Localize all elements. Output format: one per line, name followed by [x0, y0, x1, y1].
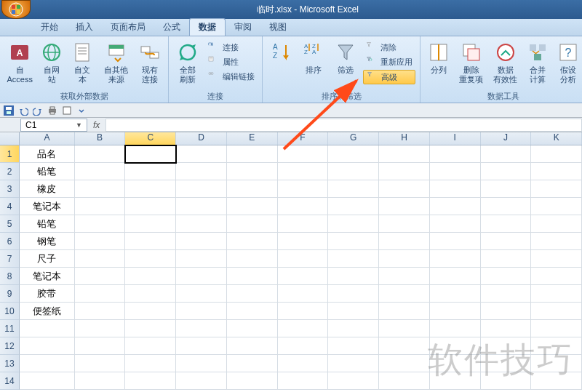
cell-C6[interactable]	[125, 233, 176, 250]
cell-C4[interactable]	[125, 198, 176, 215]
cell-E8[interactable]	[227, 268, 278, 285]
qat-dropdown-icon[interactable]	[76, 105, 87, 116]
cell-G5[interactable]	[328, 215, 379, 233]
cell-H6[interactable]	[379, 233, 430, 250]
cell-I6[interactable]	[430, 233, 481, 250]
sort-az-button[interactable]: AZ	[267, 39, 296, 67]
consolidate-button[interactable]: 合并计算	[524, 39, 551, 86]
save-icon[interactable]	[3, 105, 15, 116]
cell-J8[interactable]	[481, 268, 532, 285]
cell-I14[interactable]	[430, 372, 481, 390]
cell-I1[interactable]	[430, 145, 481, 163]
filter-button[interactable]: 筛选	[331, 39, 360, 76]
fx-icon[interactable]: fx	[93, 120, 100, 130]
row-header-4[interactable]: 4	[0, 198, 20, 215]
existing-conn-button[interactable]: 现有连接	[136, 39, 164, 86]
cell-K1[interactable]	[531, 145, 582, 163]
cell-G14[interactable]	[328, 372, 379, 390]
cell-C13[interactable]	[125, 355, 176, 372]
cell-J7[interactable]	[481, 250, 532, 268]
cell-F9[interactable]	[278, 285, 329, 303]
cell-H8[interactable]	[379, 268, 430, 285]
cell-K6[interactable]	[531, 233, 582, 250]
tab-数据[interactable]: 数据	[189, 18, 226, 36]
cell-A10[interactable]: 便签纸	[20, 303, 75, 320]
cell-G4[interactable]	[328, 198, 379, 215]
cell-E13[interactable]	[227, 355, 278, 372]
cell-J5[interactable]	[481, 215, 532, 233]
cell-B10[interactable]	[75, 303, 126, 320]
cell-G8[interactable]	[328, 268, 379, 285]
col-header-J[interactable]: J	[481, 132, 532, 145]
cell-J14[interactable]	[481, 372, 532, 390]
advanced-button[interactable]: 高级	[363, 70, 415, 84]
cell-G7[interactable]	[328, 250, 379, 268]
whatif-button[interactable]: ?假设分析	[554, 39, 582, 86]
cell-F2[interactable]	[278, 163, 329, 180]
cell-D12[interactable]	[176, 337, 227, 355]
cell-H4[interactable]	[379, 198, 430, 215]
cell-H5[interactable]	[379, 215, 430, 233]
cell-B11[interactable]	[75, 320, 126, 337]
cell-I4[interactable]	[430, 198, 481, 215]
col-header-I[interactable]: I	[430, 132, 481, 145]
cell-F8[interactable]	[278, 268, 329, 285]
cell-B12[interactable]	[75, 337, 126, 355]
tab-审阅[interactable]: 审阅	[226, 19, 260, 36]
row-header-13[interactable]: 13	[0, 355, 20, 372]
properties-button[interactable]: 属性	[205, 55, 258, 68]
cell-K4[interactable]	[531, 198, 582, 215]
cell-B4[interactable]	[75, 198, 126, 215]
cell-C7[interactable]	[125, 250, 176, 268]
cell-H9[interactable]	[379, 285, 430, 303]
cell-G6[interactable]	[328, 233, 379, 250]
cell-D8[interactable]	[176, 268, 227, 285]
cell-E7[interactable]	[227, 250, 278, 268]
cell-I3[interactable]	[430, 180, 481, 198]
refresh-button[interactable]: 全部刷新	[173, 39, 202, 86]
cell-A14[interactable]	[20, 372, 75, 390]
text-button[interactable]: 自文本	[68, 39, 96, 86]
row-header-8[interactable]: 8	[0, 268, 20, 285]
cell-A1[interactable]: 品名	[20, 145, 75, 163]
cell-E10[interactable]	[227, 303, 278, 320]
row-header-14[interactable]: 14	[0, 372, 20, 390]
reapply-button[interactable]: 重新应用	[363, 55, 415, 68]
cell-E2[interactable]	[227, 163, 278, 180]
cell-K13[interactable]	[531, 355, 582, 372]
cell-D11[interactable]	[176, 320, 227, 337]
web-button[interactable]: 自网站	[38, 39, 65, 86]
cell-H2[interactable]	[379, 163, 430, 180]
cell-K12[interactable]	[531, 337, 582, 355]
cell-B8[interactable]	[75, 268, 126, 285]
cell-E11[interactable]	[227, 320, 278, 337]
cell-B6[interactable]	[75, 233, 126, 250]
cell-H14[interactable]	[379, 372, 430, 390]
cell-I13[interactable]	[430, 355, 481, 372]
cell-D10[interactable]	[176, 303, 227, 320]
redo-icon[interactable]	[32, 105, 44, 116]
cell-G1[interactable]	[328, 145, 379, 163]
cell-D4[interactable]	[176, 198, 227, 215]
cell-A3[interactable]: 橡皮	[20, 180, 75, 198]
cell-E6[interactable]	[227, 233, 278, 250]
cell-E4[interactable]	[227, 198, 278, 215]
edit-links-button[interactable]: 编辑链接	[205, 70, 258, 83]
tab-公式[interactable]: 公式	[154, 19, 189, 36]
tab-插入[interactable]: 插入	[67, 19, 102, 36]
cell-D3[interactable]	[176, 180, 227, 198]
cell-C3[interactable]	[125, 180, 176, 198]
cell-C8[interactable]	[125, 268, 176, 285]
cell-G13[interactable]	[328, 355, 379, 372]
cell-I5[interactable]	[430, 215, 481, 233]
cell-H10[interactable]	[379, 303, 430, 320]
cell-C12[interactable]	[125, 337, 176, 355]
cell-G9[interactable]	[328, 285, 379, 303]
tab-开始[interactable]: 开始	[32, 19, 67, 36]
sort-button[interactable]: AZZA排序	[299, 39, 328, 76]
row-header-5[interactable]: 5	[0, 215, 20, 233]
office-button[interactable]	[1, 0, 31, 19]
cell-H1[interactable]	[379, 145, 430, 163]
row-header-11[interactable]: 11	[0, 320, 20, 337]
row-header-2[interactable]: 2	[0, 163, 20, 180]
